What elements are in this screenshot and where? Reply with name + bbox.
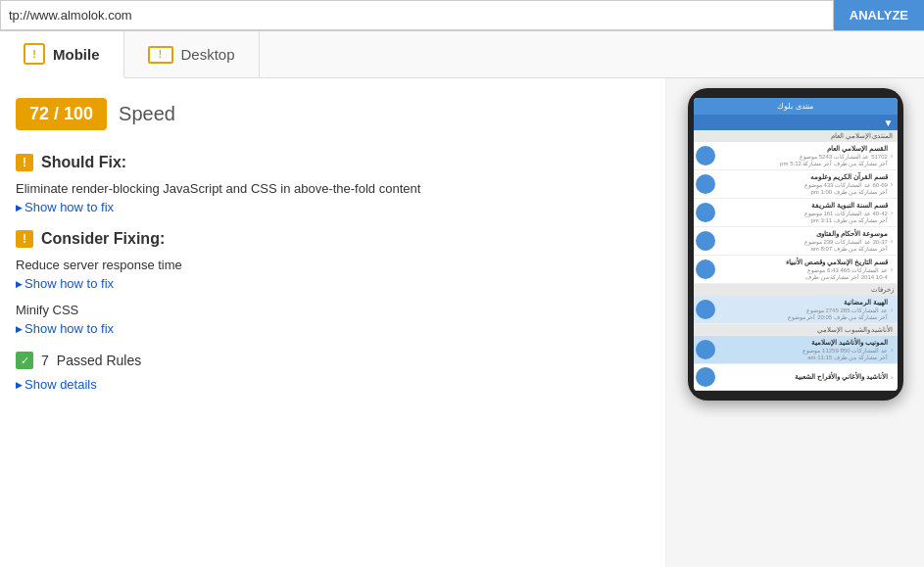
phone-header: منتدى بلوك bbox=[694, 98, 898, 115]
passed-rules-row: ✓ 7 Passed Rules bbox=[16, 352, 650, 369]
tab-desktop[interactable]: ! Desktop bbox=[124, 31, 260, 77]
mobile-warning-icon: ! bbox=[24, 43, 45, 65]
phone-row-text: القسم الإسلامي العام 51702 عد المشاركات … bbox=[718, 145, 888, 166]
phone-chevron-icon: ‹ bbox=[891, 209, 894, 217]
show-details-link[interactable]: Show details bbox=[16, 377, 650, 392]
phone-row-title: قسم القرآن الكريم وعلومه bbox=[718, 173, 888, 181]
phone-row-meta2: آخر مشاركة من طرف آخر مشاركة 5:12 pm bbox=[718, 160, 888, 166]
rule-text-minify: Minify CSS bbox=[16, 303, 650, 317]
phone-row-title: القسم الإسلامي العام bbox=[718, 145, 888, 153]
phone-list-item: ‹ القسم الإسلامي العام 51702 عد المشاركا… bbox=[694, 142, 898, 170]
consider-fixing-icon: ! bbox=[16, 230, 33, 248]
consider-fixing-title: Consider Fixing: bbox=[41, 230, 165, 248]
rule-item-server: Reduce server response time Show how to … bbox=[16, 258, 650, 291]
rule-item-eliminate: Eliminate render-blocking JavaScript and… bbox=[16, 181, 650, 214]
phone-row-title: قسم السنة النبوية الشريفة bbox=[718, 202, 888, 210]
phone-row-text: موسوعة الأحكام والفتاوى 30-37 عد المشارك… bbox=[718, 230, 888, 252]
phone-row-title: المونيب والأناشيد الإسلامية bbox=[718, 339, 888, 347]
should-fix-header: ! Should Fix: bbox=[16, 154, 650, 171]
phone-row-meta2: آخر مشاركة من طرف 11:15 am bbox=[718, 354, 888, 360]
phone-section-zakhrafat: زخرفات bbox=[694, 284, 898, 296]
phone-row-meta2: 10-4 2014 آخر مشاركة من طرف bbox=[718, 273, 888, 280]
phone-chevron-icon: ‹ bbox=[891, 306, 894, 314]
consider-fixing-header: ! Consider Fixing: bbox=[16, 230, 650, 248]
phone-screen: منتدى بلوك ▼ المنتدى الإسلامي العام ‹ ال… bbox=[694, 98, 898, 391]
phone-row-title: موسوعة الأحكام والفتاوى bbox=[718, 230, 888, 238]
rule-text-server: Reduce server response time bbox=[16, 258, 650, 272]
phone-chevron-icon: ‹ bbox=[891, 265, 894, 274]
url-bar: ANALYZE bbox=[0, 0, 924, 31]
phone-list-item: ‹ قسم القرآن الكريم وعلومه 60-69 عد المش… bbox=[694, 170, 898, 199]
phone-row-avatar bbox=[696, 300, 715, 319]
phone-chevron-icon: ‹ bbox=[891, 373, 894, 382]
show-how-to-fix-server[interactable]: Show how to fix bbox=[16, 276, 650, 291]
rule-text-eliminate: Eliminate render-blocking JavaScript and… bbox=[16, 181, 650, 196]
phone-row-meta2: آخر مشاركة من طرف 20:05 آخر موضوع bbox=[718, 313, 888, 320]
phone-list-item: ‹ الأناشيد والأغاني والأفراح الشعبية bbox=[694, 364, 898, 391]
phone-row-title: الأناشيد والأغاني والأفراح الشعبية bbox=[718, 373, 888, 381]
phone-row-text: قسم التاريخ الإسلامي وقصص الأنبياء عد ال… bbox=[718, 259, 888, 280]
phone-row-avatar bbox=[696, 146, 715, 165]
phone-row-text: الأناشيد والأغاني والأفراح الشعبية bbox=[718, 373, 888, 381]
phone-row-meta: عد المشاركات 465 6:43 موضوع bbox=[718, 266, 888, 273]
phone-row-title: الهيبة الرمضانية bbox=[718, 299, 888, 307]
phone-list-item: ‹ الهيبة الرمضانية عد المشاركات 285 2745… bbox=[694, 296, 898, 324]
left-panel: 72 / 100 Speed ! Should Fix: Eliminate r… bbox=[0, 78, 666, 567]
score-label: Speed bbox=[119, 103, 175, 125]
phone-row-meta2: آخر مشاركة من طرف 8:07 am bbox=[718, 245, 888, 252]
phone-row-text: الهيبة الرمضانية عد المشاركات 285 2745 م… bbox=[718, 299, 888, 320]
right-panel: منتدى بلوك ▼ المنتدى الإسلامي العام ‹ ال… bbox=[666, 78, 924, 567]
phone-row-meta: 30-37 عد المشاركات 239 موضوع bbox=[718, 238, 888, 245]
phone-list-item: ‹ قسم التاريخ الإسلامي وقصص الأنبياء عد … bbox=[694, 256, 898, 284]
phone-list-item: ‹ موسوعة الأحكام والفتاوى 30-37 عد المشا… bbox=[694, 227, 898, 256]
phone-frame: منتدى بلوك ▼ المنتدى الإسلامي العام ‹ ال… bbox=[688, 88, 903, 401]
phone-row-meta: 51702 عد المشاركات 5243 موضوع bbox=[718, 153, 888, 160]
phone-section-main: المنتدى الإسلامي العام bbox=[694, 130, 898, 142]
tab-mobile[interactable]: ! Mobile bbox=[0, 31, 124, 78]
phone-row-avatar bbox=[696, 203, 715, 222]
phone-row-text: قسم القرآن الكريم وعلومه 60-69 عد المشار… bbox=[718, 173, 888, 195]
phone-row-avatar bbox=[696, 260, 715, 279]
should-fix-icon: ! bbox=[16, 154, 33, 171]
phone-row-text: قسم السنة النبوية الشريفة 40-42 عد المشا… bbox=[718, 202, 888, 223]
phone-chevron-icon: ‹ bbox=[891, 180, 894, 189]
show-how-to-fix-eliminate[interactable]: Show how to fix bbox=[16, 200, 650, 214]
phone-row-meta2: آخر مشاركة من طرف 1:00 pm bbox=[718, 188, 888, 195]
rule-item-minify: Minify CSS Show how to fix bbox=[16, 303, 650, 336]
phone-row-avatar bbox=[696, 231, 715, 251]
score-badge: 72 / 100 bbox=[16, 98, 107, 130]
phone-chevron-icon: ‹ bbox=[891, 346, 894, 354]
phone-list-item: ‹ المونيب والأناشيد الإسلامية عد المشارك… bbox=[694, 336, 898, 364]
phone-list-item: ‹ قسم السنة النبوية الشريفة 40-42 عد الم… bbox=[694, 199, 898, 227]
phone-row-meta: عد المشاركات 285 2745 موضوع bbox=[718, 307, 888, 313]
phone-row-text: المونيب والأناشيد الإسلامية عد المشاركات… bbox=[718, 339, 888, 360]
analyze-button[interactable]: ANALYZE bbox=[834, 0, 924, 30]
phone-row-meta: 60-69 عد المشاركات 433 موضوع bbox=[718, 181, 888, 188]
main-content: 72 / 100 Speed ! Should Fix: Eliminate r… bbox=[0, 78, 924, 567]
phone-nav-dropdown-icon: ▼ bbox=[884, 118, 894, 128]
score-row: 72 / 100 Speed bbox=[16, 98, 650, 130]
phone-row-meta: 40-42 عد المشاركات 161 موضوع bbox=[718, 210, 888, 216]
passed-rules-label: Passed Rules bbox=[57, 353, 141, 368]
phone-row-avatar bbox=[696, 174, 715, 194]
passed-rules-icon: ✓ bbox=[16, 352, 33, 369]
show-how-to-fix-minify[interactable]: Show how to fix bbox=[16, 321, 650, 336]
phone-section-anasheed: الأناشيد والشبوب الإسلامي bbox=[694, 324, 898, 336]
phone-nav: ▼ bbox=[694, 115, 898, 130]
tab-desktop-label: Desktop bbox=[181, 46, 235, 63]
desktop-warning-icon: ! bbox=[148, 46, 173, 64]
phone-chevron-icon: ‹ bbox=[891, 152, 894, 161]
phone-row-avatar bbox=[696, 340, 715, 359]
should-fix-title: Should Fix: bbox=[41, 154, 126, 171]
phone-row-meta: عد المشاركات 850 11259 موضوع bbox=[718, 347, 888, 354]
phone-row-meta2: آخر مشاركة من طرف 3:11 pm bbox=[718, 216, 888, 223]
phone-chevron-icon: ‹ bbox=[891, 237, 894, 246]
url-input[interactable] bbox=[0, 0, 834, 30]
passed-rules-count: 7 bbox=[41, 353, 49, 368]
phone-row-avatar bbox=[696, 367, 715, 387]
phone-row-title: قسم التاريخ الإسلامي وقصص الأنبياء bbox=[718, 259, 888, 266]
tab-mobile-label: Mobile bbox=[53, 46, 100, 63]
tabs-bar: ! Mobile ! Desktop bbox=[0, 31, 924, 78]
